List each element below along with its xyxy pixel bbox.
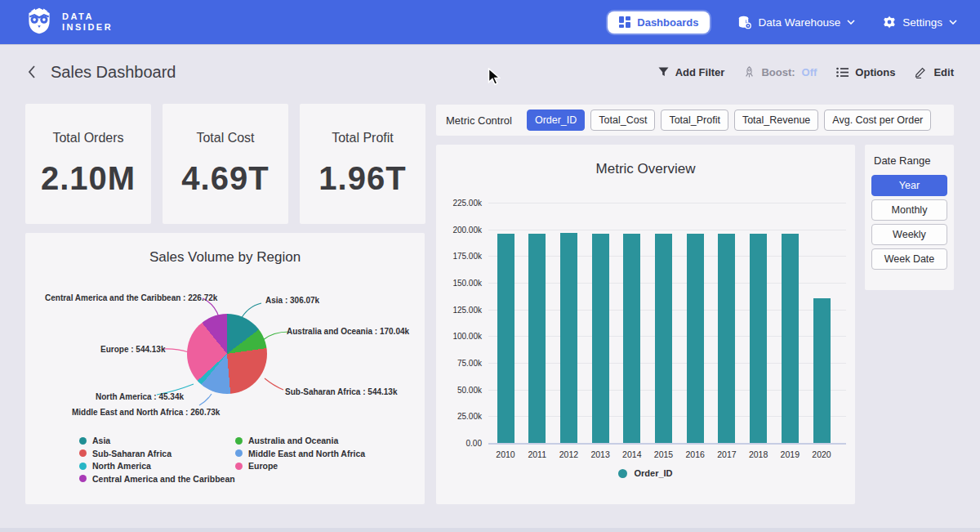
pie-legend-item-australia-and-oceania: Australia and Oceania [235,436,338,445]
y-axis-tick: 100.00k [436,332,482,341]
date-range-label: Date Range [874,154,947,167]
legend-label: Asia [92,436,110,445]
add-filter-button[interactable]: Add Filter [658,66,725,78]
x-axis-tick: 2011 [521,449,554,459]
x-axis-tick: 2016 [679,449,711,459]
bar-2011[interactable] [528,234,546,443]
pie-label-asia: Asia : 306.07k [265,296,319,305]
y-axis-tick: 150.00k [436,279,482,288]
pie-legend-item-north-america: North America [79,461,151,471]
metric-overview-card: Metric Overview 225.00k200.00k175.00k150… [436,145,855,504]
pie-label-central-america-and-the-caribbean: Central America and the Caribbean : 226.… [45,293,217,302]
y-axis-tick: 225.00k [436,199,482,208]
app-screen: DATA INSIDER Dashboards [0,0,980,532]
metric-option-total-revenue[interactable]: Total_Revenue [734,110,818,131]
pie-chart[interactable] [187,314,267,394]
metric-option-order-id[interactable]: Order_ID [527,110,585,131]
kpi-card-total-profit: Total Profit 1.96T [300,104,425,224]
options-button[interactable]: Options [836,66,895,78]
boost-state: Off [802,66,817,78]
bottom-strip [0,528,980,532]
legend-dot-europe [235,463,243,470]
legend-dot-middle-east-and-north-africa [235,449,243,457]
bar-2019[interactable] [782,234,799,443]
date-range-card: Date Range YearMonthlyWeeklyWeek Date [865,145,954,290]
metric-control-bar: Metric Control Order_IDTotal_CostTotal_P… [436,105,954,136]
date-range-option-year[interactable]: Year [871,175,947,196]
options-label: Options [855,66,895,78]
chevron-down-icon [949,20,957,25]
legend-label: Australia and Oceania [248,436,338,445]
x-axis-tick: 2020 [805,449,838,459]
options-list-icon [836,67,849,78]
database-icon [737,16,751,29]
brand-line-1: DATA [62,11,113,22]
brand-logo[interactable]: DATA INSIDER [24,6,113,38]
dashboards-button[interactable]: Dashboards [608,11,710,34]
bar-2020[interactable] [813,298,831,443]
x-axis-tick: 2013 [584,449,617,459]
add-filter-label: Add Filter [675,66,725,78]
metric-option-total-profit[interactable]: Total_Profit [661,110,728,131]
pie-legend-item-europe: Europe [235,461,278,471]
y-axis-tick: 25.00k [436,412,482,421]
x-axis-tick: 2018 [742,449,775,459]
date-range-option-monthly[interactable]: Monthly [871,199,947,221]
edit-button[interactable]: Edit [915,66,954,78]
x-axis-tick: 2010 [489,449,522,459]
bar-2017[interactable] [718,234,735,443]
bar-2013[interactable] [592,234,609,443]
legend-dot-north-america [79,463,87,470]
y-axis-tick: 75.00k [436,359,482,368]
owl-logo-icon [24,6,54,38]
pie-legend-item-asia: Asia [79,436,110,445]
legend-dot-asia [79,437,87,445]
legend-label: Europe [248,461,278,471]
x-axis-tick: 2014 [616,449,648,459]
pie-label-north-america: North America : 45.34k [96,392,184,401]
x-axis-tick: 2019 [773,449,806,459]
metric-option-avg-cost-per-order[interactable]: Avg. Cost per Order [824,110,931,131]
y-axis-tick: 175.00k [436,252,482,261]
chevron-left-icon [26,65,38,79]
rocket-icon [744,66,755,78]
gridline [488,230,846,230]
kpi-value: 2.10M [41,160,136,197]
y-axis-tick: 125.00k [436,306,482,315]
kpi-label: Total Profit [332,131,394,145]
legend-dot-central-america-and-the-caribbean [79,475,87,482]
bar-2016[interactable] [687,234,704,443]
y-axis-tick: 50.00k [436,386,482,395]
pie-label-australia-and-oceania: Australia and Oceania : 170.04k [287,327,409,336]
metric-control-label: Metric Control [446,114,512,127]
back-button[interactable] [26,65,38,79]
date-range-option-week-date[interactable]: Week Date [871,248,947,270]
bar-chart-legend: Order_ID [436,468,855,478]
bar-2015[interactable] [655,234,672,443]
kpi-card-total-orders: Total Orders 2.10M [25,104,151,224]
data-warehouse-label: Data Warehouse [758,16,840,29]
date-range-option-weekly[interactable]: Weekly [871,224,947,245]
pie-label-sub-saharan-africa: Sub-Saharan Africa : 544.13k [285,387,397,396]
kpi-value: 4.69T [181,160,269,197]
data-warehouse-menu[interactable]: Data Warehouse [737,16,855,29]
x-axis-tick: 2015 [648,449,680,459]
legend-label: North America [92,461,151,471]
chevron-down-icon [847,20,855,25]
top-navbar: DATA INSIDER Dashboards [0,0,980,45]
legend-label: Central America and the Caribbean [92,474,235,484]
bar-2010[interactable] [497,234,514,443]
bar-2018[interactable] [750,234,767,443]
legend-dot-order-id [618,469,627,478]
bar-2014[interactable] [623,234,640,443]
bar-2012[interactable] [560,233,577,443]
edit-label: Edit [933,66,954,78]
filter-funnel-icon [658,67,669,78]
gear-icon [883,16,896,29]
sales-volume-card: Sales Volume by Region Asia : 306.07kAus… [25,233,425,504]
boost-toggle[interactable]: Boost: Off [744,66,817,78]
settings-menu[interactable]: Settings [883,16,957,29]
pie-label-europe: Europe : 544.13k [100,345,165,354]
metric-option-total-cost[interactable]: Total_Cost [590,110,655,131]
dashboards-label: Dashboards [637,16,698,29]
